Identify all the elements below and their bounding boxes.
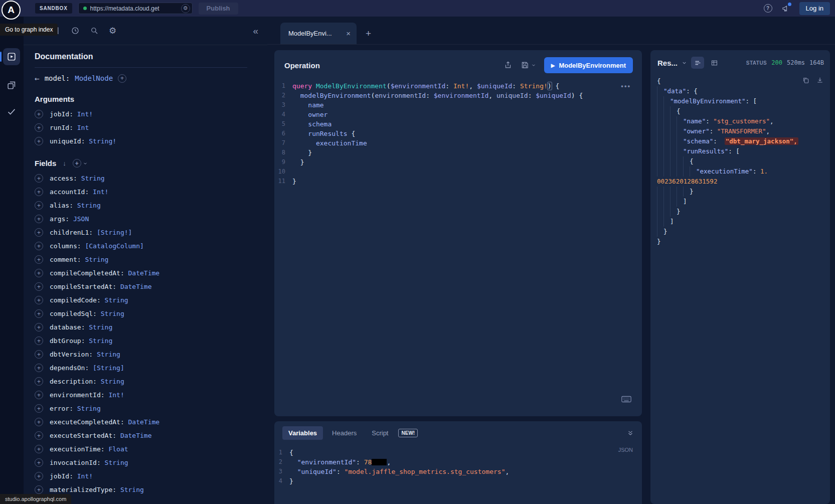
field-row[interactable]: executeStartedAt DateTime xyxy=(35,429,247,442)
copy-response-icon[interactable] xyxy=(802,76,810,84)
add-field-icon[interactable] xyxy=(35,269,43,277)
variables-editor[interactable]: JSON 1{2 "environmentId": 78,3 "uniqueId… xyxy=(274,444,642,486)
field-row[interactable]: compileStartedAt DateTime xyxy=(35,280,247,293)
add-field-icon[interactable] xyxy=(35,296,43,304)
add-field-icon[interactable] xyxy=(35,323,43,331)
field-row[interactable]: invocationId String xyxy=(35,456,247,469)
graph-url-text[interactable]: https://metadata.cloud.get xyxy=(90,5,178,12)
add-field-icon[interactable] xyxy=(35,174,43,183)
code-line: } xyxy=(657,227,825,237)
share-icon[interactable] xyxy=(504,61,513,70)
settings-gear-icon[interactable]: ⚙ xyxy=(109,26,116,36)
add-field-icon[interactable] xyxy=(35,201,43,210)
help-icon[interactable]: ? xyxy=(764,4,772,13)
collections-nav-icon[interactable] xyxy=(3,77,20,94)
add-field-icon[interactable] xyxy=(35,458,43,467)
graph-url-input[interactable]: https://metadata.cloud.get ⚙ xyxy=(78,3,193,14)
add-argument-icon[interactable] xyxy=(35,123,43,132)
field-row[interactable]: alias String xyxy=(35,199,247,212)
field-row[interactable]: columns [CatalogColumn] xyxy=(35,239,247,253)
download-response-icon[interactable] xyxy=(816,76,824,84)
add-field-icon[interactable] xyxy=(35,228,43,237)
editor-options-icon[interactable]: ••• xyxy=(621,82,631,90)
add-field-icon[interactable] xyxy=(35,391,43,399)
sort-fields-icon[interactable]: ↓ xyxy=(63,159,66,167)
add-field-icon[interactable] xyxy=(35,282,43,291)
field-row[interactable]: jobId Int! xyxy=(35,469,247,483)
add-model-icon[interactable] xyxy=(118,74,126,83)
add-field-icon[interactable] xyxy=(35,431,43,440)
close-tab-icon[interactable]: × xyxy=(346,29,351,38)
field-row[interactable]: database String xyxy=(35,320,247,334)
add-field-icon[interactable] xyxy=(35,337,43,345)
argument-row[interactable]: jobId Int! xyxy=(35,107,247,121)
add-all-fields-icon[interactable] xyxy=(73,159,81,167)
raw-view-icon[interactable] xyxy=(691,57,704,69)
field-row[interactable]: dbtGroup String xyxy=(35,334,247,348)
keyboard-shortcuts-icon[interactable] xyxy=(621,395,632,403)
argument-row[interactable]: uniqueId String! xyxy=(35,134,247,148)
add-field-icon[interactable] xyxy=(35,404,43,413)
operation-editor[interactable]: 1query ModelByEnvironment($environmentId… xyxy=(274,78,642,186)
add-field-icon[interactable] xyxy=(35,350,43,359)
field-row[interactable]: executeCompletedAt DateTime xyxy=(35,415,247,429)
checks-nav-icon[interactable] xyxy=(3,103,20,120)
chevron-down-icon[interactable] xyxy=(83,161,88,166)
add-field-icon[interactable] xyxy=(35,309,43,318)
field-row[interactable]: environmentId Int! xyxy=(35,388,247,402)
add-field-icon[interactable] xyxy=(35,485,43,494)
field-row[interactable]: args JSON xyxy=(35,212,247,226)
add-field-icon[interactable] xyxy=(35,364,43,372)
fields-list: access String accountId Int! alias Strin… xyxy=(35,172,247,496)
field-row[interactable]: dependsOn [String] xyxy=(35,361,247,375)
save-icon[interactable] xyxy=(521,61,530,70)
add-field-icon[interactable] xyxy=(35,445,43,453)
field-row[interactable]: comment String xyxy=(35,253,247,266)
history-icon[interactable] xyxy=(71,26,80,35)
connection-settings-icon[interactable]: ⚙ xyxy=(181,4,190,13)
collapse-panel-icon[interactable]: « xyxy=(253,26,258,36)
publish-button[interactable]: Publish xyxy=(199,3,238,15)
save-options-chevron-icon[interactable] xyxy=(531,63,536,68)
table-view-icon[interactable] xyxy=(708,57,720,69)
argument-row[interactable]: runId Int xyxy=(35,121,247,134)
field-row[interactable]: compiledSql String xyxy=(35,307,247,320)
code-line: 0023620128631592 xyxy=(657,177,825,187)
tab-variables[interactable]: Variables xyxy=(282,426,323,440)
add-field-icon[interactable] xyxy=(35,242,43,250)
add-field-icon[interactable] xyxy=(35,255,43,264)
model-type-link[interactable]: ModelNode xyxy=(75,74,113,82)
tab-model-by-environment[interactable]: ModelByEnvi... × xyxy=(280,23,357,44)
add-field-icon[interactable] xyxy=(35,188,43,196)
add-argument-icon[interactable] xyxy=(35,137,43,145)
tab-script[interactable]: Script xyxy=(366,426,394,440)
status-label: STATUS xyxy=(746,60,767,66)
field-row[interactable]: compileCompletedAt DateTime xyxy=(35,266,247,280)
field-row[interactable]: error String xyxy=(35,402,247,415)
tab-headers[interactable]: Headers xyxy=(326,426,363,440)
code-line: 7 executionTime xyxy=(274,138,642,148)
response-menu-chevron-icon[interactable] xyxy=(682,60,687,66)
field-row[interactable]: access String xyxy=(35,172,247,185)
back-arrow-icon[interactable]: ← xyxy=(35,74,40,83)
add-field-icon[interactable] xyxy=(35,418,43,426)
explorer-nav-icon[interactable] xyxy=(3,48,20,65)
field-row[interactable]: dbtVersion String xyxy=(35,348,247,361)
add-field-icon[interactable] xyxy=(35,472,43,480)
login-button[interactable]: Log in xyxy=(799,2,830,15)
field-row[interactable]: executionTime Float xyxy=(35,442,247,456)
new-tab-icon[interactable]: + xyxy=(366,28,371,39)
add-field-icon[interactable] xyxy=(35,215,43,223)
add-field-icon[interactable] xyxy=(35,377,43,386)
collapse-variables-icon[interactable] xyxy=(627,430,634,437)
add-argument-icon[interactable] xyxy=(35,110,43,118)
run-operation-button[interactable]: ▶ ModelByEnvironment xyxy=(544,57,633,73)
field-row[interactable]: compiledCode String xyxy=(35,293,247,307)
field-row[interactable]: childrenL1 [String!] xyxy=(35,226,247,239)
announcements-icon[interactable] xyxy=(781,4,790,13)
search-icon[interactable] xyxy=(90,26,99,35)
apollo-logo[interactable]: A xyxy=(2,1,21,20)
field-row[interactable]: description String xyxy=(35,375,247,388)
response-title: Res... xyxy=(657,59,678,67)
field-row[interactable]: accountId Int! xyxy=(35,185,247,199)
